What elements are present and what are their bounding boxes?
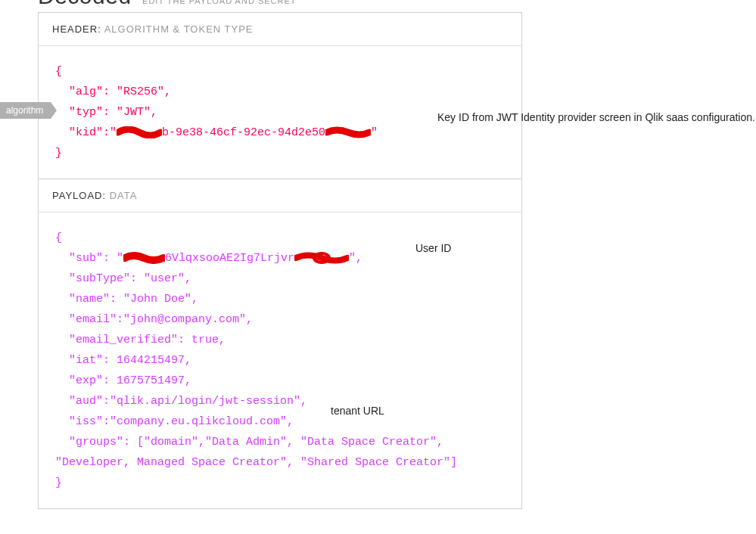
payload-label: PAYLOAD:	[52, 190, 106, 201]
annotation-tenant-url: tenant URL	[331, 402, 384, 421]
header-sublabel: ALGORITHM & TOKEN TYPE	[104, 23, 254, 35]
payload-json-body[interactable]: { "sub": "6VlqxsooAE2Ig7Lrjvr", "subType…	[39, 213, 521, 508]
redaction-marker	[123, 252, 165, 264]
header-panel: HEADER: ALGORITHM & TOKEN TYPE { "alg": …	[38, 12, 522, 179]
header-label: HEADER:	[52, 23, 101, 35]
page-title-row: Decoded EDIT THE PAYLOAD AND SECRET	[0, 0, 756, 8]
page-title: Decoded	[38, 0, 132, 8]
annotation-kid: Key ID from JWT Identity provider screen…	[437, 108, 755, 127]
header-panel-title: HEADER: ALGORITHM & TOKEN TYPE	[39, 13, 521, 46]
annotation-user-id: User ID	[415, 239, 451, 258]
page-subtitle: EDIT THE PAYLOAD AND SECRET	[142, 0, 296, 5]
redaction-marker	[325, 126, 371, 138]
algorithm-tooltip-label: algorithm	[6, 105, 43, 116]
payload-panel: PAYLOAD: DATA { "sub": "6VlqxsooAE2Ig7Lr…	[38, 179, 522, 509]
header-json-body[interactable]: { "alg": "RS256", "typ": "JWT", "kid":"b…	[39, 46, 521, 179]
redaction-marker	[294, 251, 349, 265]
payload-panel-title: PAYLOAD: DATA	[39, 179, 521, 213]
payload-sublabel: DATA	[110, 190, 138, 201]
redaction-marker	[117, 126, 162, 138]
payload-json: { "sub": "6VlqxsooAE2Ig7Lrjvr", "subType…	[55, 228, 505, 493]
